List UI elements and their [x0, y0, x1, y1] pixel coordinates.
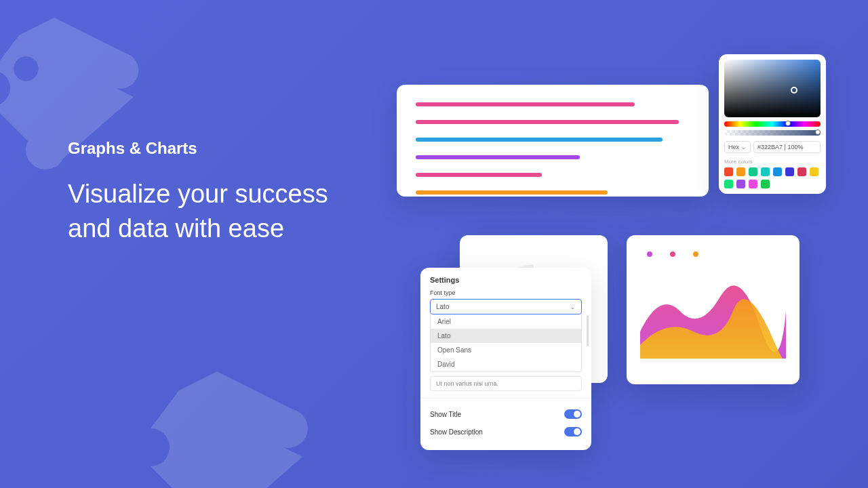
font-option[interactable]: Lato [431, 329, 581, 343]
color-swatch[interactable] [761, 167, 770, 176]
area-chart-card [627, 235, 800, 384]
alpha-handle[interactable] [815, 129, 821, 135]
bg-puzzle-shape-2 [122, 352, 312, 488]
bar-row [416, 155, 580, 159]
color-value-input[interactable]: #322BA7 | 100% [753, 141, 821, 153]
color-format-select[interactable]: Hex ⌄ [724, 141, 751, 153]
font-option[interactable]: Open Sans [431, 343, 581, 357]
color-swatch[interactable] [749, 180, 757, 188]
settings-panel: Settings Font type Lato ⌄ ArielLatoOpen … [420, 268, 591, 450]
color-picker-handle[interactable] [791, 87, 797, 94]
font-option[interactable]: Ariel [431, 314, 581, 329]
color-swatch[interactable] [785, 167, 794, 176]
color-swatch[interactable] [724, 180, 733, 188]
font-type-dropdown: ArielLatoOpen SansDavid [430, 314, 582, 372]
show-description-label: Show Description [430, 428, 483, 436]
hero-text-block: Graphs & Charts Visualize your success a… [68, 139, 353, 247]
color-swatch[interactable] [810, 167, 818, 176]
divider [420, 398, 591, 399]
settings-title: Settings [430, 276, 582, 284]
color-swatch[interactable] [773, 167, 782, 176]
bar-row [416, 190, 608, 195]
scrollbar[interactable] [587, 315, 589, 346]
bar-row [416, 173, 542, 177]
legend-dot [647, 251, 652, 257]
area-chart-legend [647, 251, 786, 257]
font-option[interactable]: David [431, 357, 581, 371]
hue-handle[interactable] [785, 121, 791, 126]
font-type-select[interactable]: Lato ⌄ [430, 299, 582, 314]
color-gradient-field[interactable] [724, 60, 821, 117]
show-title-toggle[interactable] [564, 409, 582, 419]
bar-row [416, 102, 635, 106]
bar-row [416, 120, 679, 124]
show-description-toggle[interactable] [564, 427, 582, 436]
color-swatch[interactable] [749, 167, 757, 176]
color-swatch[interactable] [736, 167, 745, 176]
hue-slider[interactable] [724, 121, 821, 127]
color-swatch-grid [724, 167, 821, 188]
show-title-label: Show Title [430, 411, 461, 418]
legend-dot [693, 251, 698, 257]
bar-row [416, 138, 663, 142]
color-swatch[interactable] [761, 180, 770, 188]
color-swatch[interactable] [797, 167, 806, 176]
chevron-down-icon: ⌄ [570, 304, 576, 310]
hero-subtitle: Visualize your success and data with eas… [68, 177, 353, 247]
description-input[interactable]: Ut non varius nisi urna. [430, 376, 582, 391]
bar-chart-card [397, 85, 709, 197]
hero-title: Graphs & Charts [68, 139, 353, 158]
color-swatch[interactable] [724, 167, 733, 176]
more-colors-label: More colors [724, 159, 821, 165]
color-picker-panel: Hex ⌄ #322BA7 | 100% More colors [719, 54, 826, 194]
chevron-down-icon: ⌄ [741, 144, 747, 150]
alpha-slider[interactable] [724, 130, 821, 136]
color-swatch[interactable] [736, 180, 745, 188]
legend-dot [670, 251, 675, 257]
svg-point-0 [14, 56, 38, 81]
area-chart [640, 264, 786, 359]
font-type-label: Font type [430, 289, 582, 296]
